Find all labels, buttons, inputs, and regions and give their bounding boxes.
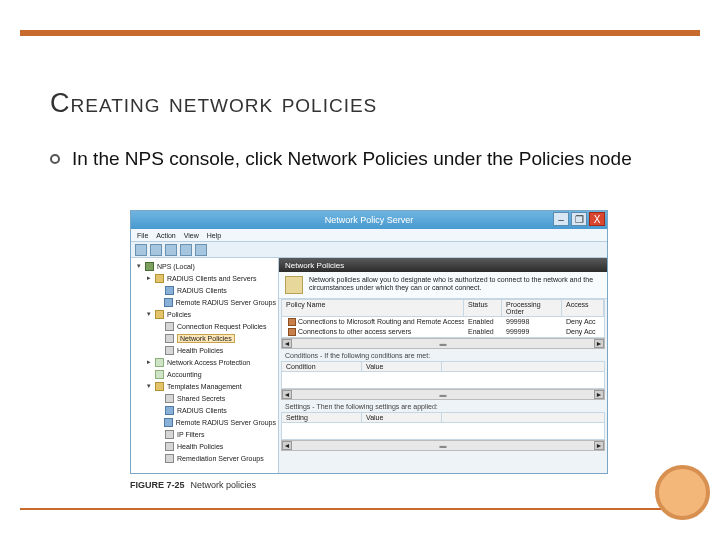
settings-grid: Setting Value: [281, 412, 605, 440]
scroll-right-icon[interactable]: ►: [594, 339, 604, 348]
slide-title: Creating network policies: [50, 88, 377, 119]
scroll-thumb[interactable]: ▬: [292, 339, 594, 348]
toolbar: [131, 242, 607, 258]
folder-icon: [155, 310, 164, 319]
folder-icon: [165, 442, 174, 451]
policy-row-icon: [288, 318, 296, 326]
folder-icon: [165, 346, 174, 355]
bullet-icon: [50, 154, 60, 164]
table-row[interactable]: Connections to Microsoft Routing and Rem…: [282, 317, 604, 327]
tree-item[interactable]: Network Policies: [133, 332, 276, 344]
folder-icon: [165, 322, 174, 331]
folder-icon: [165, 430, 174, 439]
tree-item[interactable]: RADIUS Clients: [133, 404, 276, 416]
scroll-right-icon[interactable]: ►: [594, 390, 604, 399]
menu-view[interactable]: View: [184, 232, 199, 239]
scroll-left-icon[interactable]: ◄: [282, 390, 292, 399]
menu-bar: File Action View Help: [131, 229, 607, 242]
tree-item[interactable]: IP Filters: [133, 428, 276, 440]
policy-icon: [285, 276, 303, 294]
tree-item[interactable]: RADIUS Clients: [133, 284, 276, 296]
decorative-circle: [655, 465, 710, 520]
refresh-icon[interactable]: [165, 244, 177, 256]
folder-icon: [155, 358, 164, 367]
window-titlebar: Network Policy Server – ❐ X: [131, 211, 607, 229]
settings-label: Settings - Then the following settings a…: [279, 400, 607, 412]
window-title: Network Policy Server: [325, 215, 414, 225]
tree-item[interactable]: ▾Templates Management: [133, 380, 276, 392]
scroll-left-icon[interactable]: ◄: [282, 339, 292, 348]
conditions-label: Conditions - If the following conditions…: [279, 349, 607, 361]
table-row[interactable]: Connections to other access serversEnabl…: [282, 327, 604, 337]
scroll-left-icon[interactable]: ◄: [282, 441, 292, 450]
help-icon[interactable]: [195, 244, 207, 256]
content-description: Network policies allow you to designate …: [309, 276, 601, 293]
scroll-right-icon[interactable]: ►: [594, 441, 604, 450]
content-pane: Network Policies Network policies allow …: [279, 258, 607, 473]
folder-icon: [165, 334, 174, 343]
close-button[interactable]: X: [589, 212, 605, 226]
tree-item[interactable]: ▸RADIUS Clients and Servers: [133, 272, 276, 284]
col-status[interactable]: Status: [464, 300, 502, 316]
folder-icon: [165, 286, 174, 295]
tree-item[interactable]: Health Policies: [133, 440, 276, 452]
forward-icon[interactable]: [150, 244, 162, 256]
folder-icon: [165, 394, 174, 403]
folder-icon: [164, 418, 172, 427]
col-setting-value[interactable]: Value: [362, 413, 442, 422]
tree-item[interactable]: ▸Network Access Protection: [133, 356, 276, 368]
menu-help[interactable]: Help: [207, 232, 221, 239]
tree-item[interactable]: Remote RADIUS Server Groups: [133, 416, 276, 428]
maximize-button[interactable]: ❐: [571, 212, 587, 226]
folder-icon: [165, 406, 174, 415]
tree-pane: ▾ NPS (Local) ▸RADIUS Clients and Server…: [131, 258, 279, 473]
settings-hscroll[interactable]: ◄ ▬ ►: [281, 440, 605, 451]
figure-caption: FIGURE 7-25Network policies: [130, 480, 256, 490]
col-order[interactable]: Processing Order: [502, 300, 562, 316]
policy-row-icon: [288, 328, 296, 336]
scroll-thumb[interactable]: ▬: [292, 390, 594, 399]
back-icon[interactable]: [135, 244, 147, 256]
folder-icon: [165, 454, 174, 463]
tree-item[interactable]: Accounting: [133, 368, 276, 380]
minimize-button[interactable]: –: [553, 212, 569, 226]
folder-icon: [155, 274, 164, 283]
export-icon[interactable]: [180, 244, 192, 256]
col-condition-value[interactable]: Value: [362, 362, 442, 371]
menu-action[interactable]: Action: [156, 232, 175, 239]
folder-icon: [155, 382, 164, 391]
scroll-thumb[interactable]: ▬: [292, 441, 594, 450]
tree-item[interactable]: Remote RADIUS Server Groups: [133, 296, 276, 308]
tree-root[interactable]: ▾ NPS (Local): [133, 260, 276, 272]
tree-item[interactable]: Shared Secrets: [133, 392, 276, 404]
nps-window: Network Policy Server – ❐ X File Action …: [130, 210, 608, 474]
conditions-grid: Condition Value: [281, 361, 605, 389]
menu-file[interactable]: File: [137, 232, 148, 239]
tree-item[interactable]: Connection Request Policies: [133, 320, 276, 332]
col-policy-name[interactable]: Policy Name: [282, 300, 464, 316]
col-condition[interactable]: Condition: [282, 362, 362, 371]
bullet-text: In the NPS console, click Network Polici…: [72, 148, 632, 170]
col-access[interactable]: Access: [562, 300, 604, 316]
conditions-hscroll[interactable]: ◄ ▬ ►: [281, 389, 605, 400]
tree-item[interactable]: Health Policies: [133, 344, 276, 356]
content-header: Network Policies: [279, 258, 607, 272]
policies-grid: Policy Name Status Processing Order Acce…: [281, 299, 605, 338]
grid-hscroll[interactable]: ◄ ▬ ►: [281, 338, 605, 349]
tree-item[interactable]: Remediation Server Groups: [133, 452, 276, 464]
col-setting[interactable]: Setting: [282, 413, 362, 422]
folder-icon: [155, 370, 164, 379]
folder-icon: [164, 298, 172, 307]
tree-item[interactable]: ▾Policies: [133, 308, 276, 320]
